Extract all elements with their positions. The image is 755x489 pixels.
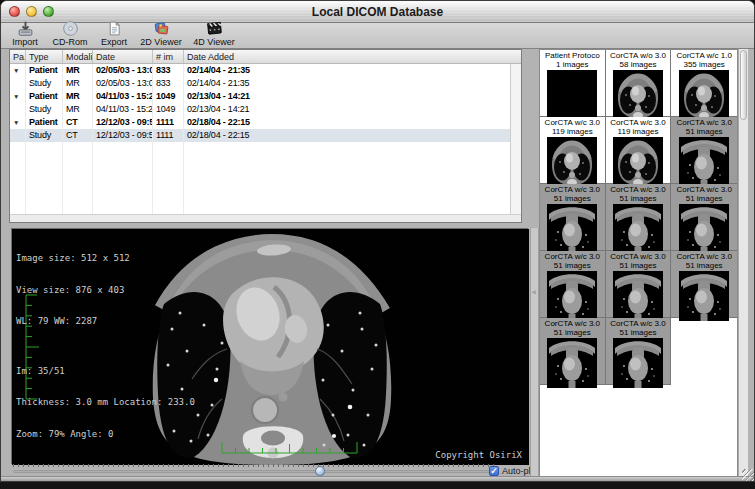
2d-viewer-canvas[interactable]: Image size: 512 x 512 View size: 876 x 4… xyxy=(11,228,528,464)
table-horizontal-scrollbar[interactable] xyxy=(10,214,521,222)
splitter-collapse-arrow-icon: ◃ xyxy=(532,288,536,296)
column-header-modality[interactable]: Modality xyxy=(63,50,93,63)
disclosure-triangle-icon[interactable]: ▼ xyxy=(13,67,19,74)
thumbnail-image xyxy=(613,70,663,120)
viewer-overlay-top-left: Image size: 512 x 512 View size: 876 x 4… xyxy=(16,232,130,348)
column-header-date[interactable]: Date xyxy=(93,50,153,63)
disclosure-triangle-icon[interactable]: ▼ xyxy=(13,119,19,126)
export-button[interactable]: Export xyxy=(96,20,132,47)
autoplay-checkbox[interactable]: ✓ xyxy=(489,466,499,476)
table-header: Pa. Type Modality Date # im Date Added xyxy=(10,50,521,64)
thumbnail-image xyxy=(547,271,597,321)
table-row[interactable]: ▼ PatientCT 12/12/03 - 09:581111 02/18/0… xyxy=(10,116,521,129)
series-thumbnail-selected[interactable]: CorCTA w/c 3.051 images xyxy=(671,251,737,318)
local-dicom-database-window: Local DICOM Database Import CD-Rom Expor… xyxy=(0,0,755,482)
table-row[interactable]: StudyMR 04/11/03 - 15:271049 02/13/04 - … xyxy=(10,103,521,116)
series-thumbnail-selected[interactable]: CorCTA w/c 3.051 images xyxy=(671,117,737,184)
series-thumbnail-selected[interactable]: CorCTA w/c 3.051 images xyxy=(540,318,606,385)
4d-viewer-button[interactable]: 4D Viewer xyxy=(190,20,238,47)
thumbnail-image xyxy=(547,204,597,254)
series-thumbnail[interactable]: CorCTA w/c 3.0119 images xyxy=(540,117,606,184)
column-header-type[interactable]: Type xyxy=(26,50,63,63)
table-row[interactable]: ▼ PatientMR 02/05/03 - 13:05833 02/14/04… xyxy=(10,64,521,77)
import-tray-icon xyxy=(17,20,34,37)
series-thumbnail-selected[interactable]: CorCTA w/c 3.051 images xyxy=(671,184,737,251)
series-thumbnail[interactable]: Patient Protoco1 images xyxy=(540,50,606,117)
toolbar-label: Import xyxy=(12,38,38,47)
window-title: Local DICOM Database xyxy=(1,5,754,19)
table-row[interactable]: ▼ PatientMR 04/11/03 - 15:271049 02/13/0… xyxy=(10,90,521,103)
viewer-copyright: Copyright OsiriX xyxy=(435,450,522,461)
disclosure-triangle-icon[interactable]: ▼ xyxy=(13,93,19,100)
cdrom-button[interactable]: CD-Rom xyxy=(49,20,91,47)
resize-grip[interactable] xyxy=(742,469,754,481)
table-vertical-scrollbar[interactable] xyxy=(510,64,521,214)
thumbnail-image xyxy=(679,137,729,187)
series-thumbnail-selected[interactable]: CorCTA w/c 3.051 images xyxy=(606,251,672,318)
series-thumbnail[interactable]: CorCTA w/c 1.0355 images xyxy=(671,50,737,117)
toolbar-label: 4D Viewer xyxy=(193,38,234,47)
table-row-selected[interactable]: StudyCT 12/12/03 - 09:581111 02/18/04 - … xyxy=(10,129,521,142)
slider-tick-marks xyxy=(13,464,498,467)
table-row[interactable]: StudyMR 02/05/03 - 13:05833 02/14/04 - 2… xyxy=(10,77,521,90)
thumbnail-image xyxy=(547,70,597,120)
cd-disc-icon xyxy=(62,20,79,37)
series-thumbnail-selected[interactable]: CorCTA w/c 3.051 images xyxy=(606,184,672,251)
thumbnail-image xyxy=(547,338,597,388)
panel-splitter[interactable]: ◃ xyxy=(530,228,539,478)
table-empty-area xyxy=(10,142,521,214)
series-thumbnail-selected[interactable]: CorCTA w/c 3.051 images xyxy=(540,251,606,318)
2d-viewer-button[interactable]: 2D Viewer xyxy=(137,20,185,47)
import-button[interactable]: Import xyxy=(6,20,44,47)
column-header-im[interactable]: # im xyxy=(153,50,184,63)
thumbnail-image xyxy=(613,137,663,187)
photos-stack-icon xyxy=(153,20,170,37)
thumbnail-image xyxy=(613,204,663,254)
thumbnail-image xyxy=(679,70,729,120)
column-header-pa[interactable]: Pa. xyxy=(10,50,26,63)
database-table: Pa. Type Modality Date # im Date Added ▼… xyxy=(9,49,522,223)
series-thumbnail-selected[interactable]: CorCTA w/c 3.051 images xyxy=(606,318,672,385)
image-slider[interactable] xyxy=(13,470,498,473)
series-thumbnail-selected[interactable]: CorCTA w/c 3.051 images xyxy=(540,184,606,251)
column-header-date-added[interactable]: Date Added xyxy=(184,50,521,63)
thumbnail-image xyxy=(679,204,729,254)
document-icon xyxy=(106,20,123,37)
series-thumbnail[interactable]: CorCTA w/o 3.058 images xyxy=(606,50,672,117)
viewer-overlay-bottom-left: Im: 35/51 Thickness: 3.0 mm Location: 23… xyxy=(16,345,195,461)
slider-thumb[interactable] xyxy=(315,466,325,476)
series-thumbnail[interactable]: CorCTA w/c 3.0119 images xyxy=(606,117,672,184)
toolbar: Import CD-Rom Export 2D Viewer 4D Viewer xyxy=(1,23,754,49)
clapperboard-icon xyxy=(206,20,223,37)
thumbnail-panel-scrollbar[interactable] xyxy=(738,49,748,478)
thumbnail-image xyxy=(613,338,663,388)
toolbar-label: 2D Viewer xyxy=(140,38,181,47)
thumbnail-image xyxy=(679,271,729,321)
series-thumbnail-panel: Patient Protoco1 images CorCTA w/o 3.058… xyxy=(539,49,738,478)
window-bottom-edge xyxy=(1,476,754,481)
toolbar-label: Export xyxy=(101,38,127,47)
toolbar-label: CD-Rom xyxy=(53,38,88,47)
thumbnail-image xyxy=(613,271,663,321)
thumbnail-image xyxy=(547,137,597,187)
